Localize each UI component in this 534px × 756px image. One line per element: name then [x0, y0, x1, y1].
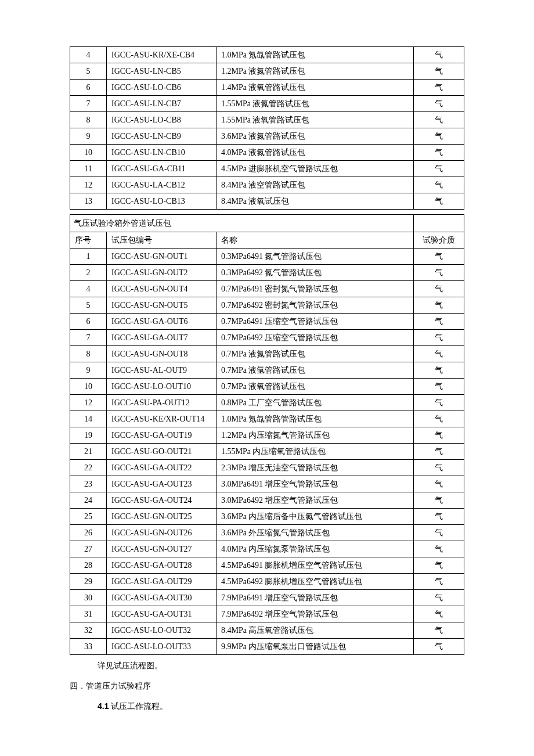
cell-code: IGCC-ASU-GA-OUT22: [107, 460, 217, 476]
cell-code: IGCC-ASU-GA-OUT29: [107, 574, 217, 590]
cell-name: 0.3MPa6492 氮气管路试压包: [217, 265, 414, 281]
cell-medium: 气: [414, 444, 464, 460]
table-row: 4IGCC-ASU-KR/XE-CB41.0MPa 氪氙管路试压包气: [70, 47, 464, 63]
cell-seq: 22: [70, 460, 107, 476]
cell-seq: 4: [70, 281, 107, 297]
table-row: 7IGCC-ASU-LN-CB71.55MPa 液氮管路试压包气: [70, 96, 464, 112]
table-row: 7IGCC-ASU-GA-OUT70.7MPa6492 压缩空气管路试压包气: [70, 330, 464, 346]
cell-name: 3.0MPa6492 增压空气管路试压包: [217, 492, 414, 509]
cell-code: IGCC-ASU-GN-OUT5: [107, 297, 217, 314]
cell-medium: 气: [414, 525, 464, 541]
cell-name: 3.0MPa6491 增压空气管路试压包: [217, 476, 414, 492]
test-package-table-2: 气压试验冷箱外管道试压包序号试压包编号名称试验介质1IGCC-ASU-GN-OU…: [70, 214, 464, 655]
cell-medium: 气: [414, 281, 464, 297]
cell-medium: 气: [414, 492, 464, 509]
cell-seq: 12: [70, 177, 107, 193]
cell-seq: 10: [70, 145, 107, 161]
section-header-cell: 气压试验冷箱外管道试压包: [70, 215, 414, 232]
cell-name: 4.5MPa 进膨胀机空气管路试压包: [217, 161, 414, 177]
cell-seq: 31: [70, 606, 107, 622]
cell-seq: 13: [70, 193, 107, 210]
cell-name: 4.5MPa6491 膨胀机增压空气管路试压包: [217, 557, 414, 574]
section-4-1: 4.1 试压工作流程。: [98, 700, 464, 712]
table-row: 2IGCC-ASU-GN-OUT20.3MPa6492 氮气管路试压包气: [70, 265, 464, 281]
cell-seq: 19: [70, 427, 107, 444]
table-row: 8IGCC-ASU-GN-OUT80.7MPa 液氮管路试压包气: [70, 346, 464, 362]
table-row: 12IGCC-ASU-LA-CB128.4MPa 液空管路试压包气: [70, 177, 464, 193]
cell-code: IGCC-ASU-LO-CB6: [107, 80, 217, 96]
cell-code: IGCC-ASU-GA-CB11: [107, 161, 217, 177]
cell-medium: 气: [414, 346, 464, 362]
cell-code: IGCC-ASU-AL-OUT9: [107, 362, 217, 379]
cell-name: 2.3MPa 增压无油空气管路试压包: [217, 460, 414, 476]
cell-code: IGCC-ASU-GO-OUT21: [107, 444, 217, 460]
table-row: 10IGCC-ASU-LN-CB104.0MPa 液氮管路试压包气: [70, 145, 464, 161]
cell-seq: 30: [70, 590, 107, 606]
cell-seq: 11: [70, 161, 107, 177]
table-row: 26IGCC-ASU-GN-OUT263.6MPa 外压缩氮气管路试压包气: [70, 525, 464, 541]
section-4-1-text: 试压工作流程。: [109, 702, 168, 711]
cell-name: 4.5MPa6492 膨胀机增压空气管路试压包: [217, 574, 414, 590]
cell-name: 7.9MPa6492 增压空气管路试压包: [217, 606, 414, 622]
section-4-1-number: 4.1: [98, 701, 109, 711]
cell-code: IGCC-ASU-PA-OUT12: [107, 395, 217, 411]
cell-code: IGCC-ASU-LN-CB9: [107, 128, 217, 145]
cell-medium: 气: [414, 330, 464, 346]
table-row: 10IGCC-ASU-LO-OUT100.7MPa 液氧管路试压包气: [70, 379, 464, 395]
cell-name: 9.9MPa 内压缩氧泵出口管路试压包: [217, 639, 414, 655]
table-row: 11IGCC-ASU-GA-CB114.5MPa 进膨胀机空气管路试压包气: [70, 161, 464, 177]
cell-code: IGCC-ASU-GA-OUT6: [107, 314, 217, 330]
cell-code: IGCC-ASU-LO-OUT33: [107, 639, 217, 655]
cell-name: 8.4MPa 高压氧管路试压包: [217, 622, 414, 639]
cell-medium: 气: [414, 362, 464, 379]
table-row: 6IGCC-ASU-LO-CB61.4MPa 液氧管路试压包气: [70, 80, 464, 96]
cell-code: IGCC-ASU-LO-CB13: [107, 193, 217, 210]
cell-seq: 2: [70, 265, 107, 281]
table-row: 5IGCC-ASU-GN-OUT50.7MPa6492 密封氮气管路试压包气: [70, 297, 464, 314]
cell-medium: 气: [414, 193, 464, 210]
cell-code: IGCC-ASU-LO-OUT10: [107, 379, 217, 395]
cell-seq: 25: [70, 509, 107, 525]
cell-name: 1.55MPa 液氧管路试压包: [217, 112, 414, 128]
table-row: 32IGCC-ASU-LO-OUT328.4MPa 高压氧管路试压包气: [70, 622, 464, 639]
cell-seq: 10: [70, 379, 107, 395]
header-cell: 试验介质: [414, 232, 464, 249]
cell-seq: 14: [70, 411, 107, 427]
cell-seq: 21: [70, 444, 107, 460]
cell-name: 0.7MPa 液氮管路试压包: [217, 346, 414, 362]
cell-medium: 气: [414, 47, 464, 63]
cell-seq: 6: [70, 314, 107, 330]
cell-name: 0.7MPa6492 压缩空气管路试压包: [217, 330, 414, 346]
cell-medium: 气: [414, 379, 464, 395]
table-row: 5IGCC-ASU-LN-CB51.2MPa 液氮管路试压包气: [70, 63, 464, 80]
cell-name: 0.7MPa6492 密封氮气管路试压包: [217, 297, 414, 314]
cell-medium: 气: [414, 128, 464, 145]
cell-code: IGCC-ASU-LO-OUT32: [107, 622, 217, 639]
cell-medium: 气: [414, 427, 464, 444]
table-row: 31IGCC-ASU-GA-OUT317.9MPa6492 增压空气管路试压包气: [70, 606, 464, 622]
cell-name: 4.0MPa 液氮管路试压包: [217, 145, 414, 161]
cell-name: 1.2MPa 内压缩氮气管路试压包: [217, 427, 414, 444]
header-cell: 序号: [70, 232, 107, 249]
cell-medium: 气: [414, 145, 464, 161]
cell-seq: 6: [70, 80, 107, 96]
cell-medium: 气: [414, 557, 464, 574]
cell-seq: 29: [70, 574, 107, 590]
cell-name: 0.7MPa6491 密封氮气管路试压包: [217, 281, 414, 297]
cell-seq: 27: [70, 541, 107, 557]
cell-name: 3.6MPa 外压缩氮气管路试压包: [217, 525, 414, 541]
cell-medium: 气: [414, 460, 464, 476]
cell-code: IGCC-ASU-LN-CB10: [107, 145, 217, 161]
cell-name: 1.2MPa 液氮管路试压包: [217, 63, 414, 80]
cell-code: IGCC-ASU-GN-OUT27: [107, 541, 217, 557]
cell-medium: 气: [414, 639, 464, 655]
table-row: 27IGCC-ASU-GN-OUT274.0MPa 内压缩氮泵管路试压包气: [70, 541, 464, 557]
table-row: 12IGCC-ASU-PA-OUT120.8MPa 工厂空气管路试压包气: [70, 395, 464, 411]
cell-name: 0.8MPa 工厂空气管路试压包: [217, 395, 414, 411]
cell-seq: 9: [70, 128, 107, 145]
cell-name: 0.7MPa 液氩管路试压包: [217, 362, 414, 379]
table-row: 14IGCC-ASU-KE/XR-OUT141.0MPa 氪氙管路管路试压包气: [70, 411, 464, 427]
table-row: 8IGCC-ASU-LO-CB81.55MPa 液氧管路试压包气: [70, 112, 464, 128]
cell-medium: 气: [414, 80, 464, 96]
cell-name: 1.55MPa 液氮管路试压包: [217, 96, 414, 112]
